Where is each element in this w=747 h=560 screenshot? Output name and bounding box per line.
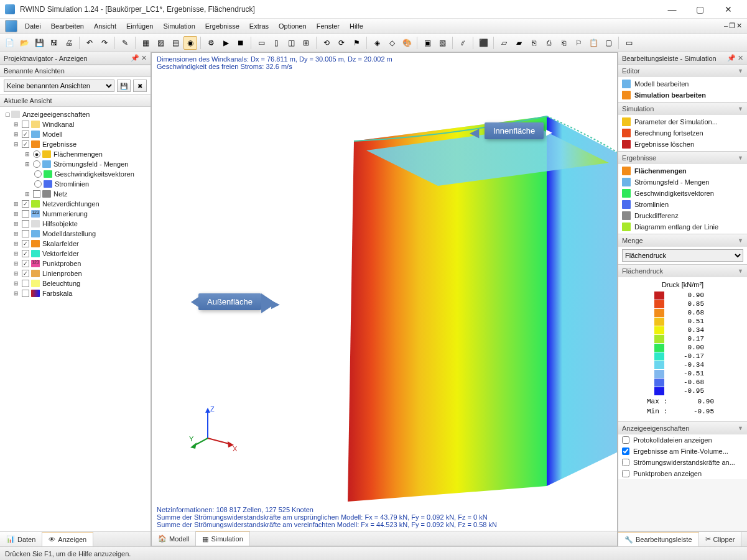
copy3-icon[interactable]: ⎗ <box>557 36 570 50</box>
tree-stroml[interactable]: Stromlinien <box>55 180 89 188</box>
vp-tab-simulation[interactable]: ▦Simulation <box>196 531 249 546</box>
menu-extras[interactable]: Extras <box>244 21 274 32</box>
saveas-icon[interactable]: 🖫 <box>47 36 61 50</box>
tab-bearb[interactable]: 🔧Bearbeitungsleiste <box>618 532 699 546</box>
disp-fv[interactable]: Ergebnisse am Finite-Volume... <box>618 446 747 457</box>
cube1-icon[interactable]: ◈ <box>370 36 384 50</box>
tab-clipper[interactable]: ✂Clipper <box>699 532 742 546</box>
menu-fenster[interactable]: Fenster <box>312 21 345 32</box>
disp-wider[interactable]: Strömungswiderstandskräfte an... <box>618 457 747 468</box>
menu-ansicht[interactable]: Ansicht <box>89 21 121 32</box>
tree-flaechen[interactable]: Flächenmengen <box>53 150 103 158</box>
tab-anzeigen[interactable]: 👁Anzeigen <box>42 532 93 546</box>
menu-simulation[interactable]: Simulation <box>158 21 200 32</box>
erg-geschw[interactable]: Geschwindigkeitsvektoren <box>618 188 747 199</box>
menu-hilfe[interactable]: Hilfe <box>345 21 368 32</box>
slash-icon[interactable]: ⫽ <box>456 36 470 50</box>
maximize-button[interactable]: ▢ <box>686 0 714 19</box>
rotate-left-icon[interactable]: ⟲ <box>320 36 333 50</box>
tree-modell[interactable]: Modell <box>42 131 62 138</box>
view-save-icon[interactable]: 💾 <box>117 80 131 92</box>
menu-optionen[interactable]: Optionen <box>274 21 312 32</box>
brush-icon[interactable]: ✎ <box>118 36 132 50</box>
new-icon[interactable]: 📄 <box>2 36 16 50</box>
copy1-icon[interactable]: ⎘ <box>527 36 541 50</box>
view3-icon[interactable]: ◫ <box>284 36 298 50</box>
flag-icon[interactable]: ⚑ <box>350 36 363 50</box>
tree-hilfs[interactable]: Hilfsobjekte <box>42 220 78 227</box>
mdi-minimize-icon[interactable]: – <box>724 22 728 30</box>
box2-icon[interactable]: ▧ <box>435 36 449 50</box>
view1-icon[interactable]: ▭ <box>254 36 268 50</box>
menu-bearbeiten[interactable]: Bearbeiten <box>46 21 89 32</box>
app-menu-icon[interactable] <box>5 20 17 32</box>
palette-icon[interactable]: 🎨 <box>400 36 414 50</box>
undo-icon[interactable]: ↶ <box>83 36 96 50</box>
mdi-close-icon[interactable]: ✕ <box>736 22 742 30</box>
erg-strom[interactable]: Stromlinien <box>618 199 747 210</box>
flag2-icon[interactable]: ⚐ <box>572 36 585 50</box>
tree-vektor[interactable]: Vektorfelder <box>42 250 79 257</box>
named-views-select[interactable]: Keine benannten Ansichten <box>4 80 114 92</box>
mdi-restore-icon[interactable]: ❐ <box>729 22 735 30</box>
highlight-icon[interactable]: ◉ <box>183 36 197 50</box>
tree-skalar[interactable]: Skalarfelder <box>42 240 79 247</box>
sim-loesch[interactable]: Ergebnisse löschen <box>618 139 747 150</box>
copy2-icon[interactable]: ⎙ <box>542 36 555 50</box>
redo-icon[interactable]: ↷ <box>98 36 111 50</box>
rotate-right-icon[interactable]: ⟳ <box>335 36 348 50</box>
tree-ergebnisse[interactable]: Ergebnisse <box>42 140 77 148</box>
tree-nummer[interactable]: Nummerierung <box>42 210 88 218</box>
disp-proto[interactable]: Protokolldateien anzeigen <box>618 434 747 446</box>
gear-icon[interactable]: ⚙ <box>204 36 218 50</box>
editor-modell[interactable]: Modell bearbeiten <box>618 78 747 90</box>
grid2-icon[interactable]: ▨ <box>154 36 167 50</box>
tree-netz[interactable]: Netz <box>53 190 68 198</box>
minimize-button[interactable]: — <box>658 0 686 19</box>
layer1-icon[interactable]: ▱ <box>497 36 511 50</box>
vp-tab-modell[interactable]: 🏠Modell <box>152 531 196 546</box>
tree-linien[interactable]: Linienproben <box>42 270 82 277</box>
close-button[interactable]: ✕ <box>714 0 742 19</box>
print-icon[interactable]: 🖨 <box>62 36 76 50</box>
sim-fort[interactable]: Berechnung fortsetzen <box>618 127 747 139</box>
erg-flaechen[interactable]: Flächenmengen <box>618 165 747 177</box>
box1-icon[interactable]: ▣ <box>420 36 434 50</box>
grid3-icon[interactable]: ▤ <box>169 36 182 50</box>
tree-punkt[interactable]: Punktproben <box>42 260 81 267</box>
menu-datei[interactable]: Datei <box>20 21 46 32</box>
erg-stroem[interactable]: Strömungsfeld - Mengen <box>618 177 747 188</box>
tree-netzv[interactable]: Netzverdichtungen <box>42 200 100 208</box>
open-icon[interactable]: 📂 <box>17 36 31 50</box>
stop-icon[interactable]: ⏹ <box>234 36 248 50</box>
layer2-icon[interactable]: ▰ <box>512 36 526 50</box>
tab-daten[interactable]: 📊Daten <box>0 532 42 546</box>
tree-anzeige[interactable]: Anzeigeeigenschaften <box>22 111 90 118</box>
tree-windkanal[interactable]: Windkanal <box>42 121 74 128</box>
disp-punkt[interactable]: Punktproben anzeigen <box>618 468 747 479</box>
tree-beleucht[interactable]: Beleuchtung <box>42 280 80 287</box>
tree-modelld[interactable]: Modelldarstellung <box>42 230 96 237</box>
erg-diagramm[interactable]: Diagramm entlang der Linie <box>618 221 747 232</box>
right-pin-icon[interactable]: 📌 ✕ <box>727 54 743 62</box>
pin-icon[interactable]: 📌 ✕ <box>131 54 147 62</box>
view-delete-icon[interactable]: ✖ <box>133 80 147 92</box>
cube2-icon[interactable]: ◇ <box>385 36 399 50</box>
menu-ergebnisse[interactable]: Ergebnisse <box>200 21 244 32</box>
save-icon[interactable]: 💾 <box>32 36 46 50</box>
sim-param[interactable]: Parameter der Simulation... <box>618 116 747 127</box>
menu-einfuegen[interactable]: Einfügen <box>121 21 158 32</box>
editor-sim[interactable]: Simulation bearbeiten <box>618 90 747 101</box>
window-icon[interactable]: ▢ <box>601 36 615 50</box>
tree[interactable]: ▢Anzeigeeigenschaften ⊞Windkanal ⊞Modell… <box>0 107 151 531</box>
view4-icon[interactable]: ⊞ <box>299 36 313 50</box>
grid1-icon[interactable]: ▦ <box>139 36 152 50</box>
tree-farb[interactable]: Farbskala <box>42 290 72 297</box>
page-icon[interactable]: ▭ <box>622 36 636 50</box>
paste-icon[interactable]: 📋 <box>587 36 600 50</box>
erg-druckdiff[interactable]: Druckdifferenz <box>618 210 747 221</box>
menge-select[interactable]: Flächendruck <box>622 249 743 262</box>
view2-icon[interactable]: ▯ <box>269 36 283 50</box>
vp-canvas[interactable]: ◀ Außenfläche ▶ ◀ Innenfläche ▶ Z X Y <box>152 73 617 503</box>
run-icon[interactable]: ▶ <box>219 36 233 50</box>
